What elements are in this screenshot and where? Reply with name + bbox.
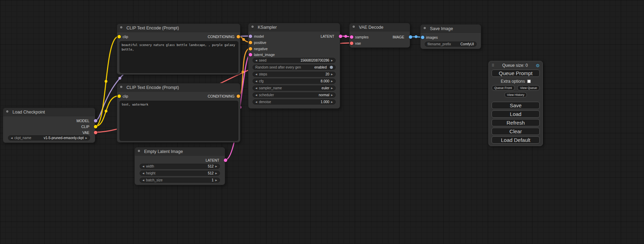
input-label-latent-image: latent_image: [254, 53, 275, 57]
node-collapse-dot[interactable]: [6, 110, 8, 112]
queue-front-button[interactable]: Queue Front: [492, 85, 515, 91]
queue-size-label: Queue size: 0: [494, 63, 536, 68]
node-title-bar[interactable]: CLIP Text Encode (Prompt): [117, 24, 240, 32]
decrement-arrow-icon[interactable]: ◀: [142, 178, 144, 182]
view-history-button[interactable]: View History: [504, 92, 527, 98]
node-collapse-dot[interactable]: [353, 26, 355, 28]
clear-button[interactable]: Clear: [492, 128, 540, 135]
input-slot-vae[interactable]: [350, 42, 353, 45]
prompt-textarea[interactable]: beautiful scenery nature glass bottle la…: [120, 41, 238, 73]
increment-arrow-icon[interactable]: ▶: [331, 79, 333, 83]
increment-arrow-icon[interactable]: ▶: [331, 72, 333, 76]
queue-panel[interactable]: ⠿ Queue size: 0 ⚙ Queue Prompt Extra opt…: [488, 61, 543, 146]
node-ksampler[interactable]: KSampler model positive negative latent_…: [248, 23, 340, 109]
widget-random-seed-toggle[interactable]: Random seed after every gen enabled: [253, 65, 336, 70]
spacer: [492, 98, 540, 101]
input-slot-latent-image[interactable]: [249, 53, 252, 56]
load-button[interactable]: Load: [492, 110, 540, 118]
widget-cfg[interactable]: ◀ cfg 8.000 ▶: [253, 79, 336, 84]
input-label-images: images: [426, 35, 438, 39]
node-title-bar[interactable]: Empty Latent Image: [135, 147, 225, 156]
increment-arrow-icon[interactable]: ▶: [331, 86, 333, 90]
output-slot-clip[interactable]: [94, 125, 97, 128]
widget-scheduler[interactable]: ◀ scheduler normal ▶: [253, 92, 336, 98]
node-clip-text-encode-negative[interactable]: CLIP Text Encode (Prompt) clip CONDITION…: [117, 83, 240, 143]
node-save-image[interactable]: Save Image images filename_prefix ComfyU…: [420, 24, 481, 49]
input-slot-positive[interactable]: [249, 41, 252, 44]
node-title-bar[interactable]: CLIP Text Encode (Prompt): [117, 83, 240, 92]
widget-steps[interactable]: ◀ steps 20 ▶: [253, 72, 336, 77]
decrement-arrow-icon[interactable]: ◀: [255, 58, 257, 63]
widget-ckpt-name[interactable]: ◀ ckpt_name v1-5-pruned-emaonly.ckpt ▶: [8, 135, 90, 141]
toggle-knob[interactable]: [330, 66, 333, 69]
load-default-button[interactable]: Load Default: [492, 136, 540, 144]
widget-denoise[interactable]: ◀ denoise 1.000 ▶: [253, 99, 336, 105]
widget-sampler-name[interactable]: ◀ sampler_name euler ▶: [253, 85, 336, 91]
increment-arrow-icon[interactable]: ▶: [215, 164, 217, 169]
decrement-arrow-icon[interactable]: ◀: [142, 164, 144, 169]
queue-prompt-button[interactable]: Queue Prompt: [492, 70, 540, 77]
widget-seed[interactable]: ◀ seed 156680208700286 ▶: [253, 58, 336, 63]
node-empty-latent-image[interactable]: Empty Latent Image LATENT ◀ width 512 ▶ …: [134, 147, 225, 185]
widget-batch-size[interactable]: ◀ batch_size 1 ▶: [140, 178, 220, 183]
decrement-arrow-icon[interactable]: ◀: [255, 86, 257, 90]
widget-label: sampler_name: [259, 86, 282, 90]
decrement-arrow-icon[interactable]: ◀: [255, 93, 257, 97]
node-collapse-dot[interactable]: [120, 86, 122, 88]
input-slot-samples[interactable]: [350, 35, 353, 39]
decrement-arrow-icon[interactable]: ◀: [255, 79, 257, 83]
increment-arrow-icon[interactable]: ▶: [86, 136, 87, 140]
output-slot-vae[interactable]: [94, 131, 97, 134]
output-slot-conditioning[interactable]: [237, 35, 240, 38]
node-title: CLIP Text Encode (Prompt): [126, 26, 179, 30]
node-collapse-dot[interactable]: [120, 26, 122, 28]
node-clip-text-encode-positive[interactable]: CLIP Text Encode (Prompt) clip CONDITION…: [117, 24, 240, 75]
widget-width[interactable]: ◀ width 512 ▶: [140, 164, 220, 169]
increment-arrow-icon[interactable]: ▶: [215, 171, 217, 175]
increment-arrow-icon[interactable]: ▶: [215, 178, 217, 182]
output-slot-conditioning[interactable]: [237, 94, 240, 98]
output-label-image: IMAGE: [392, 35, 404, 39]
node-vae-decode[interactable]: VAE Decode samples vae IMAGE: [349, 23, 410, 48]
input-slot-images[interactable]: [421, 36, 424, 39]
save-button[interactable]: Save: [492, 102, 540, 109]
refresh-button[interactable]: Refresh: [492, 119, 540, 126]
node-title-bar[interactable]: VAE Decode: [350, 23, 410, 31]
widget-filename-prefix[interactable]: filename_prefix ComfyUI: [425, 42, 477, 47]
extra-options-checkbox[interactable]: [527, 80, 531, 83]
node-title: Save Image: [430, 26, 453, 31]
queue-panel-header[interactable]: ⠿ Queue size: 0 ⚙: [492, 63, 540, 68]
node-title-bar[interactable]: Save Image: [421, 25, 481, 33]
node-load-checkpoint[interactable]: Load Checkpoint MODEL CLIP VAE ◀ ckpt_na…: [3, 108, 95, 143]
input-slot-negative[interactable]: [249, 47, 252, 51]
node-title-bar[interactable]: Load Checkpoint: [3, 108, 95, 116]
increment-arrow-icon[interactable]: ▶: [331, 58, 333, 63]
input-slot-clip[interactable]: [117, 94, 121, 98]
decrement-arrow-icon[interactable]: ◀: [255, 100, 257, 104]
node-collapse-dot[interactable]: [424, 27, 426, 29]
output-slot-latent[interactable]: [224, 159, 227, 162]
drag-handle-icon[interactable]: ⠿: [492, 64, 494, 67]
link-midpoint-dot: [105, 80, 107, 83]
node-collapse-dot[interactable]: [252, 26, 254, 28]
increment-arrow-icon[interactable]: ▶: [331, 100, 333, 104]
view-queue-button[interactable]: View Queue: [517, 85, 540, 91]
node-title-bar[interactable]: KSampler: [248, 23, 340, 31]
link-midpoint-dot: [242, 38, 245, 41]
decrement-arrow-icon[interactable]: ◀: [142, 171, 144, 175]
input-slot-clip[interactable]: [117, 35, 121, 38]
output-slot-model[interactable]: [94, 119, 97, 123]
decrement-arrow-icon[interactable]: ◀: [255, 72, 257, 76]
node-collapse-dot[interactable]: [138, 150, 140, 152]
output-slot-latent[interactable]: [339, 35, 342, 38]
settings-gear-icon[interactable]: ⚙: [536, 63, 540, 68]
widget-height[interactable]: ◀ height 512 ▶: [140, 171, 220, 176]
widget-value: 512: [208, 164, 214, 168]
output-slot-image[interactable]: [409, 35, 412, 39]
widget-value: 1.000: [321, 100, 329, 104]
input-slot-model[interactable]: [249, 35, 252, 38]
extra-options-label: Extra options: [501, 79, 525, 84]
decrement-arrow-icon[interactable]: ◀: [11, 136, 12, 140]
prompt-textarea[interactable]: text, watermark: [120, 101, 238, 141]
increment-arrow-icon[interactable]: ▶: [331, 93, 333, 97]
